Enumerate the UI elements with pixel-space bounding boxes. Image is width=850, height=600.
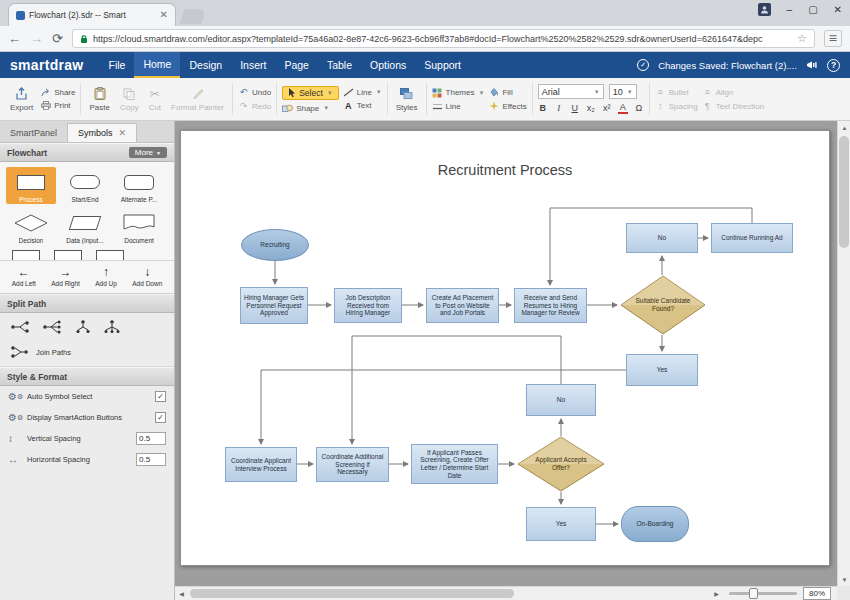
subscript-button[interactable]: x₂ <box>586 103 596 113</box>
redo-button[interactable]: ↷ Redo <box>238 101 271 111</box>
browser-menu-icon[interactable]: ≡ <box>824 30 842 47</box>
font-color-button[interactable]: A <box>618 102 628 114</box>
flow-node-accepts-decision[interactable]: Applicant Accepts Offer? <box>517 436 605 492</box>
flow-node-recruiting[interactable]: Recruiting <box>241 229 309 261</box>
text-direction-button[interactable]: ¶ Text Direction <box>702 101 764 111</box>
more-button[interactable]: More ▼ <box>129 147 167 158</box>
flow-node-jobdesc[interactable]: Job Description Received from Hiring Man… <box>334 288 402 323</box>
spacing-button[interactable]: ↕ Spacing <box>655 101 698 111</box>
vertical-spacing-input[interactable] <box>136 432 166 445</box>
horizontal-scroll-thumb[interactable] <box>190 589 514 598</box>
menu-insert[interactable]: Insert <box>231 52 275 78</box>
url-field[interactable]: https://cloud.smartdraw.com/editor.aspx?… <box>72 29 815 48</box>
help-icon[interactable]: ? <box>827 59 840 72</box>
zoom-slider[interactable] <box>729 592 797 595</box>
superscript-button[interactable]: x² <box>602 103 612 113</box>
flow-node-offer[interactable]: If Applicant Passes Screening, Create Of… <box>411 444 498 484</box>
browser-tab[interactable]: Flowchart (2).sdr -- Smart ✕ <box>8 3 176 26</box>
select-tool-button[interactable]: Select ▼ <box>282 86 339 100</box>
symbol-process[interactable]: Process <box>6 167 56 204</box>
bullet-button[interactable]: ≡ Bullet <box>655 87 698 97</box>
tab-symbols[interactable]: Symbols ✕ <box>67 123 137 142</box>
flow-node-no-2[interactable]: No <box>526 384 596 416</box>
canvas-area[interactable]: Recruitment Process <box>175 121 850 600</box>
flow-node-hiring[interactable]: Hiring Manager Gets Personnel Request Ap… <box>240 287 308 324</box>
font-size-combobox[interactable]: 10 ▼ <box>609 84 637 99</box>
menu-design[interactable]: Design <box>180 52 231 78</box>
flow-node-interview[interactable]: Coordinate Applicant Interview Process <box>225 447 297 482</box>
symbol-grid-partial-row[interactable] <box>0 247 174 261</box>
insert-symbol-button[interactable]: Ω <box>634 103 644 113</box>
print-button[interactable]: Print <box>40 101 75 110</box>
undo-button[interactable]: ↶ Undo <box>238 87 271 97</box>
paste-button[interactable]: Paste <box>86 86 112 113</box>
menu-table[interactable]: Table <box>318 52 361 78</box>
refresh-icon[interactable]: ⟳ <box>52 32 63 45</box>
share-button[interactable]: Share <box>40 88 75 97</box>
flow-node-onboarding[interactable]: On-Boarding <box>621 506 689 542</box>
scroll-right-icon[interactable]: ▶ <box>710 587 723 600</box>
smartaction-buttons-checkbox[interactable]: ✓ <box>155 412 166 423</box>
themes-button[interactable]: Themes ▼ <box>432 88 485 98</box>
add-right-button[interactable]: → Add Right <box>51 266 80 287</box>
split-down-three-button[interactable] <box>102 319 122 334</box>
flow-node-yes-1[interactable]: Yes <box>626 354 698 386</box>
shape-tool-button[interactable]: Shape ▼ <box>282 104 339 113</box>
flow-node-continue-ad[interactable]: Continue Running Ad <box>711 223 793 253</box>
horizontal-scrollbar[interactable] <box>188 587 710 600</box>
symbols-tab-close-icon[interactable]: ✕ <box>119 128 127 138</box>
flow-node-no-1[interactable]: No <box>626 223 698 253</box>
menu-home[interactable]: Home <box>134 52 180 78</box>
scroll-up-icon[interactable]: ▲ <box>838 121 850 134</box>
fill-button[interactable]: Fill <box>488 87 526 97</box>
zoom-slider-thumb[interactable] <box>749 588 758 599</box>
symbol-document[interactable]: Document <box>114 208 164 245</box>
text-tool-button[interactable]: A Text <box>343 101 382 111</box>
export-button[interactable]: Export <box>7 86 36 113</box>
flow-node-screening[interactable]: Coordinate Additional Screening if Neces… <box>316 447 389 482</box>
bold-button[interactable]: B <box>538 103 548 113</box>
flow-node-receive[interactable]: Receive and Send Resumes to Hiring Manag… <box>514 288 587 323</box>
italic-button[interactable]: I <box>554 103 564 113</box>
split-down-two-button[interactable] <box>74 319 92 334</box>
bookmark-star-icon[interactable]: ☆ <box>797 32 807 45</box>
flow-node-createad[interactable]: Create Ad Placement to Post on Website a… <box>426 288 499 323</box>
effects-button[interactable]: Effects <box>488 101 526 111</box>
line-tool-button[interactable]: Line ▼ <box>343 88 382 97</box>
symbol-data-input[interactable]: Data (Input... <box>60 208 110 245</box>
menu-page[interactable]: Page <box>275 52 318 78</box>
tab-smartpanel[interactable]: SmartPanel <box>0 124 67 142</box>
menu-support[interactable]: Support <box>415 52 470 78</box>
save-status[interactable]: Changes Saved: Flowchart (2).... <box>658 60 797 71</box>
format-painter-button[interactable]: Format Painter <box>168 86 227 113</box>
forward-icon[interactable]: → <box>30 32 43 45</box>
styles-button[interactable]: Styles <box>393 86 421 113</box>
line-style-button[interactable]: Line <box>432 102 485 111</box>
tab-close-icon[interactable]: ✕ <box>160 10 168 20</box>
add-left-button[interactable]: ← Add Left <box>12 266 36 287</box>
flow-node-suitable-decision[interactable]: Suitable Candidate Found? <box>620 275 706 335</box>
flow-node-yes-2[interactable]: Yes <box>526 507 596 541</box>
split-three-button[interactable] <box>42 320 64 334</box>
menu-options[interactable]: Options <box>361 52 415 78</box>
add-up-button[interactable]: ↑ Add Up <box>95 266 117 287</box>
symbol-decision[interactable]: Decision <box>6 208 56 245</box>
font-family-combobox[interactable]: Arial ▼ <box>538 84 604 99</box>
align-button[interactable]: ≡ Align <box>702 87 764 97</box>
menu-file[interactable]: File <box>100 52 135 78</box>
announce-icon[interactable] <box>806 60 818 70</box>
scroll-left-icon[interactable]: ◀ <box>175 587 188 600</box>
minimize-button-icon[interactable]: – <box>787 4 793 16</box>
join-paths-button[interactable]: Join Paths <box>0 340 174 367</box>
back-icon[interactable]: ← <box>8 32 21 45</box>
canvas-page[interactable]: Recruitment Process <box>180 130 830 566</box>
close-button-icon[interactable]: ✕ <box>834 4 842 16</box>
vertical-scroll-thumb[interactable] <box>839 136 849 248</box>
new-tab-button[interactable] <box>180 9 207 24</box>
symbol-alternate-process[interactable]: Alternate P... <box>114 167 164 204</box>
underline-button[interactable]: U <box>570 103 580 113</box>
auto-symbol-select-checkbox[interactable]: ✓ <box>155 391 166 402</box>
cut-button[interactable]: ✂ Cut <box>146 86 164 113</box>
split-two-button[interactable] <box>10 320 32 334</box>
scroll-down-icon[interactable]: ▼ <box>838 573 850 586</box>
